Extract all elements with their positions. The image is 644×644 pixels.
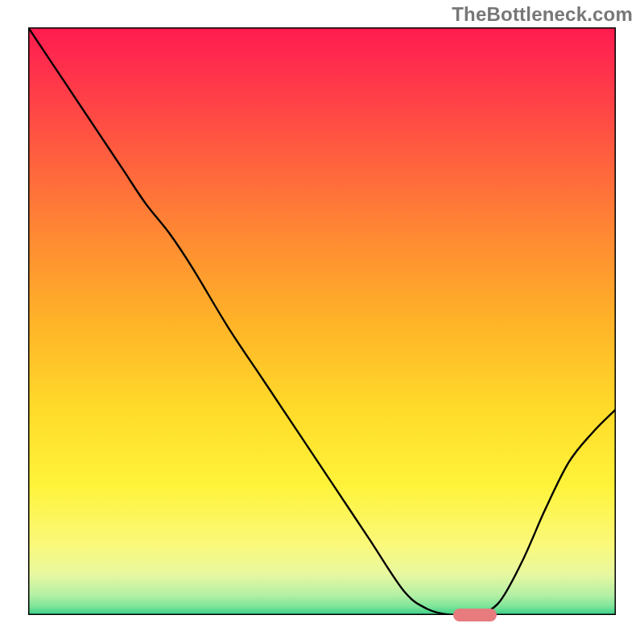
chart-stage: TheBottleneck.com [0, 0, 644, 644]
chart-svg [28, 27, 616, 615]
plot-area [28, 27, 616, 615]
gradient-fill [28, 27, 616, 615]
watermark-text: TheBottleneck.com [452, 3, 633, 26]
